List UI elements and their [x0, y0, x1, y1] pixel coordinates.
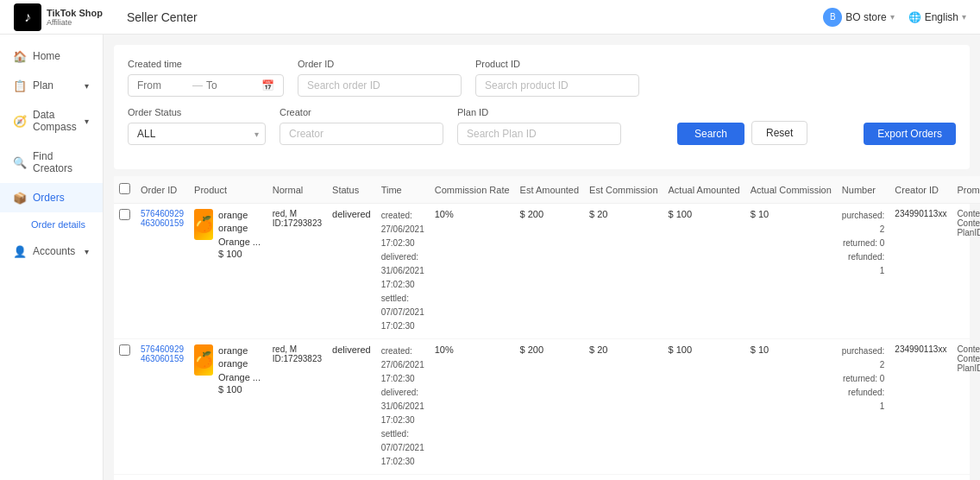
creator-label: Creator: [280, 107, 443, 117]
reset-button[interactable]: Reset: [751, 121, 807, 145]
cell-commission-rate: 10%: [430, 204, 515, 339]
sidebar-sub-item-label: Order details: [31, 219, 85, 230]
logo-text-block: TikTok Shop Affiliate: [47, 8, 103, 27]
table-header-row: Order ID Product Normal Status Time Comm…: [114, 176, 980, 204]
created-time-label: Created time: [128, 59, 284, 69]
cell-order-id: 576460929 463060159: [135, 339, 189, 475]
cell-actual-amounted: $ 100: [663, 204, 745, 339]
product-id-label: Product ID: [475, 59, 639, 69]
sidebar-item-plan[interactable]: 📋 Plan ▾: [0, 71, 103, 100]
cell-promote-info: ContentType: video ContentID: 99xxx Plan…: [952, 204, 980, 339]
sidebar-item-data-compass[interactable]: 🧭 Data Compass ▾: [0, 100, 103, 142]
row-checkbox[interactable]: [119, 209, 130, 220]
date-to-input[interactable]: [206, 79, 258, 92]
sidebar-item-label: Plan: [33, 79, 53, 92]
sidebar-item-label: Orders: [33, 192, 65, 204]
creator-input[interactable]: [280, 123, 443, 145]
sidebar-item-label: Accounts: [33, 245, 75, 257]
language-selector[interactable]: 🌐 English ▾: [908, 11, 966, 23]
sidebar-item-accounts[interactable]: 👤 Accounts ▾: [0, 237, 103, 266]
th-promote-info: Promote Information: [952, 176, 980, 204]
row-checkbox-cell: [114, 339, 135, 475]
cell-normal: red, M ID:17293823: [267, 475, 327, 481]
header: ♪ TikTok Shop Affiliate Seller Center B …: [0, 0, 980, 35]
cell-est-amounted: $ 200: [515, 204, 585, 339]
cell-commission-rate: 10%: [430, 475, 515, 481]
store-dropdown-icon: ▾: [890, 12, 895, 22]
sidebar: 🏠 Home 📋 Plan ▾ 🧭 Data Compass ▾ 🔍 Find …: [0, 35, 104, 480]
order-id-label: Order ID: [298, 59, 462, 69]
cell-product: 🍊 orange orange Orange ... $ 100: [189, 339, 267, 475]
order-status-label: Order Status: [128, 107, 266, 117]
orders-table: Order ID Product Normal Status Time Comm…: [114, 176, 980, 480]
cell-time: created: 27/06/2021 17:02:30 delivered: …: [376, 339, 430, 475]
sidebar-item-home[interactable]: 🏠 Home: [0, 41, 103, 71]
th-checkbox: [114, 176, 135, 204]
sidebar-item-orders[interactable]: 📦 Orders: [0, 183, 103, 212]
plan-id-input[interactable]: [457, 123, 621, 145]
product-name: orange orange Orange ...: [218, 344, 262, 384]
plan-id-group: Plan ID: [457, 107, 621, 145]
cell-order-id: 576460929 463060159: [135, 475, 189, 481]
cell-est-amounted: $ 200: [515, 475, 585, 481]
order-status-select[interactable]: ALL Delivered Pending Cancelled: [128, 123, 266, 145]
product-name: orange orange Orange ...: [218, 209, 262, 249]
table-row: 576460929 463060159 🍊 orange orange Oran…: [114, 475, 980, 481]
cell-promote-info: ContentType: video ContentID: 99xxx Plan…: [952, 339, 980, 475]
main-layout: 🏠 Home 📋 Plan ▾ 🧭 Data Compass ▾ 🔍 Find …: [0, 35, 980, 480]
th-est-amounted: Est Amounted: [515, 176, 585, 204]
orders-table-section: Order ID Product Normal Status Time Comm…: [114, 176, 970, 480]
th-time: Time: [376, 176, 430, 204]
th-actual-amounted: Actual Amounted: [663, 176, 745, 204]
date-separator: —: [192, 79, 203, 92]
product-id-input[interactable]: [475, 74, 639, 97]
sidebar-sub-item-order-details[interactable]: Order details: [0, 212, 103, 237]
row-checkbox-cell: [114, 475, 135, 481]
avatar: B: [823, 8, 842, 27]
app-layout: ♪ TikTok Shop Affiliate Seller Center B …: [0, 0, 980, 480]
logo-subtitle: Affiliate: [47, 18, 103, 27]
cell-creator-id: 234990113xx: [889, 475, 952, 481]
cell-time: created: 27/06/2021 17:02:30 delivered: …: [376, 204, 430, 339]
th-product: Product: [189, 176, 267, 204]
sidebar-item-find-creators[interactable]: 🔍 Find Creators: [0, 142, 103, 183]
product-price: $ 100: [218, 249, 262, 259]
row-checkbox-cell: [114, 204, 135, 339]
tiktok-logo-icon: ♪: [14, 3, 41, 31]
cell-status: delivered: [327, 475, 376, 481]
cell-order-id: 576460929 463060159: [135, 204, 189, 339]
accounts-icon: 👤: [14, 245, 26, 257]
orders-icon: 📦: [14, 192, 26, 204]
table-row: 576460929 463060159 🍊 orange orange Oran…: [114, 204, 980, 339]
logo-area: ♪ TikTok Shop Affiliate: [14, 3, 103, 31]
product-id-group: Product ID: [475, 59, 639, 97]
cell-actual-commission: $ 10: [745, 204, 837, 339]
th-commission-rate: Commission Rate: [430, 176, 515, 204]
th-creator-id: Creator ID: [889, 176, 952, 204]
product-price: $ 100: [218, 384, 262, 395]
sidebar-item-label: Data Compass: [33, 109, 78, 133]
order-status-group: Order Status ALL Delivered Pending Cance…: [128, 107, 266, 145]
find-creators-icon: 🔍: [14, 156, 26, 168]
compass-icon: 🧭: [14, 115, 26, 127]
cell-est-commission: $ 20: [584, 204, 663, 339]
store-selector[interactable]: B BO store ▾: [823, 8, 894, 27]
cell-creator-id: 234990113xx: [889, 204, 952, 339]
language-label: English: [925, 11, 958, 23]
th-normal: Normal: [267, 176, 327, 204]
calendar-icon[interactable]: 📅: [261, 79, 274, 92]
cell-product: 🍊 orange orange Orange ... $ 100: [189, 204, 267, 339]
order-id-input[interactable]: [298, 74, 462, 97]
filter-section: Created time — 📅 Order ID Product: [114, 45, 970, 169]
cell-normal: red, M ID:17293823: [267, 339, 327, 475]
order-status-select-wrap: ALL Delivered Pending Cancelled ▾: [128, 123, 266, 145]
select-all-checkbox[interactable]: [119, 183, 130, 194]
header-title: Seller Center: [127, 10, 198, 24]
search-button[interactable]: Search: [677, 123, 744, 145]
sidebar-item-label: Home: [33, 50, 60, 62]
date-range-input[interactable]: — 📅: [128, 74, 284, 97]
th-status: Status: [327, 176, 376, 204]
export-orders-button[interactable]: Export Orders: [864, 123, 956, 145]
row-checkbox[interactable]: [119, 344, 130, 356]
date-from-input[interactable]: [137, 79, 189, 92]
